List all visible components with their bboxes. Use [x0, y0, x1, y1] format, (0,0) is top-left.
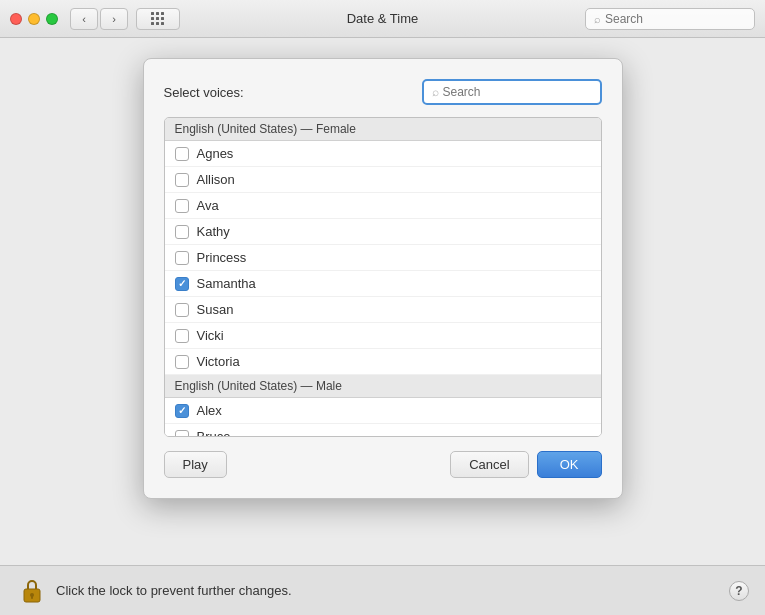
- group-header-female: English (United States) — Female: [165, 118, 601, 141]
- voices-search-icon: ⌕: [432, 85, 439, 99]
- voice-name-alex: Alex: [197, 403, 222, 418]
- voice-name-ava: Ava: [197, 198, 219, 213]
- list-item: Susan: [165, 297, 601, 323]
- list-item: Vicki: [165, 323, 601, 349]
- lock-icon: [20, 576, 44, 606]
- minimize-button[interactable]: [28, 13, 40, 25]
- maximize-button[interactable]: [46, 13, 58, 25]
- lock-button[interactable]: [16, 573, 48, 609]
- list-item: Samantha: [165, 271, 601, 297]
- list-item: Princess: [165, 245, 601, 271]
- window-title: Date & Time: [347, 11, 419, 26]
- select-voices-label: Select voices:: [164, 85, 244, 100]
- samantha-checkbox[interactable]: [175, 277, 189, 291]
- voice-name-victoria: Victoria: [197, 354, 240, 369]
- titlebar-search-input[interactable]: [605, 12, 746, 26]
- nav-buttons: ‹ ›: [70, 8, 128, 30]
- play-button[interactable]: Play: [164, 451, 227, 478]
- help-button[interactable]: ?: [729, 581, 749, 601]
- ok-button[interactable]: OK: [537, 451, 602, 478]
- voice-name-agnes: Agnes: [197, 146, 234, 161]
- svg-rect-2: [31, 595, 33, 599]
- list-item: Allison: [165, 167, 601, 193]
- kathy-checkbox[interactable]: [175, 225, 189, 239]
- list-item: Kathy: [165, 219, 601, 245]
- titlebar-search[interactable]: ⌕: [585, 8, 755, 30]
- voice-name-vicki: Vicki: [197, 328, 224, 343]
- titlebar: ‹ › Date & Time ⌕: [0, 0, 765, 38]
- list-item: Ava: [165, 193, 601, 219]
- allison-checkbox[interactable]: [175, 173, 189, 187]
- voice-name-susan: Susan: [197, 302, 234, 317]
- forward-button[interactable]: ›: [100, 8, 128, 30]
- bruce-checkbox[interactable]: [175, 430, 189, 438]
- voice-name-kathy: Kathy: [197, 224, 230, 239]
- main-content: Select voices: ⌕ English (United States)…: [0, 38, 765, 565]
- grid-button[interactable]: [136, 8, 180, 30]
- traffic-lights: [10, 13, 58, 25]
- list-item: Victoria: [165, 349, 601, 375]
- voices-search[interactable]: ⌕: [422, 79, 602, 105]
- princess-checkbox[interactable]: [175, 251, 189, 265]
- dialog-top: Select voices: ⌕: [164, 79, 602, 105]
- voice-name-bruce: Bruce: [197, 429, 231, 437]
- list-item: Bruce: [165, 424, 601, 437]
- bottom-bar: Click the lock to prevent further change…: [0, 565, 765, 615]
- cancel-button[interactable]: Cancel: [450, 451, 528, 478]
- search-icon: ⌕: [594, 13, 601, 25]
- voice-name-allison: Allison: [197, 172, 235, 187]
- list-item: Alex: [165, 398, 601, 424]
- victoria-checkbox[interactable]: [175, 355, 189, 369]
- lock-text: Click the lock to prevent further change…: [56, 583, 292, 598]
- back-button[interactable]: ‹: [70, 8, 98, 30]
- alex-checkbox[interactable]: [175, 404, 189, 418]
- voice-name-samantha: Samantha: [197, 276, 256, 291]
- voice-name-princess: Princess: [197, 250, 247, 265]
- close-button[interactable]: [10, 13, 22, 25]
- group-header-male: English (United States) — Male: [165, 375, 601, 398]
- agnes-checkbox[interactable]: [175, 147, 189, 161]
- vicki-checkbox[interactable]: [175, 329, 189, 343]
- ava-checkbox[interactable]: [175, 199, 189, 213]
- voices-list: English (United States) — Female Agnes A…: [164, 117, 602, 437]
- susan-checkbox[interactable]: [175, 303, 189, 317]
- voices-search-input[interactable]: [443, 85, 592, 99]
- grid-icon: [151, 12, 165, 26]
- dialog-buttons: Play Cancel OK: [164, 451, 602, 478]
- list-item: Agnes: [165, 141, 601, 167]
- dialog: Select voices: ⌕ English (United States)…: [143, 58, 623, 499]
